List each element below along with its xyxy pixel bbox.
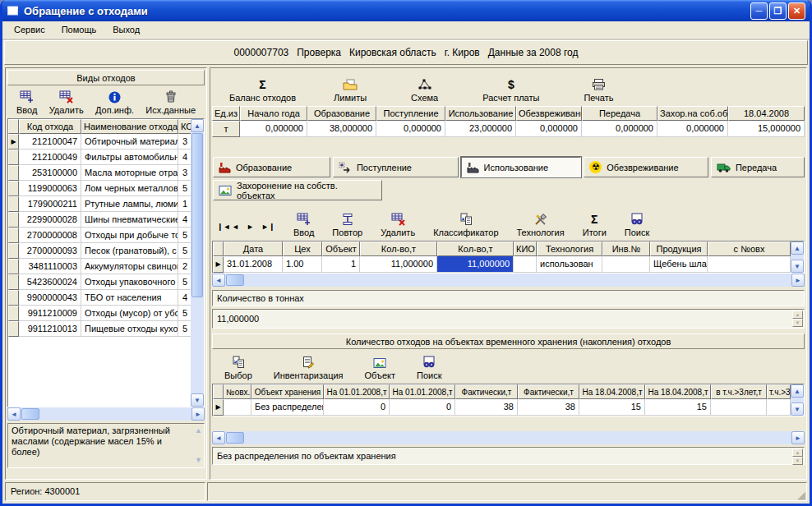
spin-up-icon — [792, 448, 803, 457]
nav-last-icon[interactable]: ►❙ — [261, 223, 276, 236]
landfill-image-icon — [219, 185, 232, 196]
horizontal-scrollbar[interactable] — [7, 407, 205, 421]
scroll-down-icon[interactable] — [791, 260, 804, 273]
scroll-thumb[interactable] — [226, 432, 244, 444]
object-button[interactable]: Объект — [361, 353, 399, 382]
table-row[interactable]: 253100000Масла моторные отраб3 — [8, 165, 191, 181]
minimize-button[interactable]: ─ — [750, 2, 768, 20]
maximize-button[interactable]: ❐ — [769, 2, 787, 20]
selected-cell[interactable]: 11,000000 — [437, 256, 514, 273]
table-row[interactable]: 5423600024Отходы упаковочного к5 — [8, 274, 191, 290]
spin-down-icon — [792, 319, 803, 327]
corner-cell — [213, 384, 224, 399]
column-header-code: Код отхода — [19, 119, 81, 134]
table-row[interactable]: 9900000043ТБО от населения4 — [8, 290, 191, 306]
row-marker — [8, 212, 19, 228]
classifier-button[interactable]: Классификатор — [429, 210, 502, 239]
spinner[interactable] — [792, 310, 803, 327]
nav-first-icon[interactable]: ❙◄ — [217, 223, 232, 236]
schema-button[interactable]: Схема — [407, 76, 442, 104]
vertical-scrollbar[interactable] — [191, 119, 204, 407]
horizontal-scrollbar[interactable] — [212, 431, 805, 444]
scroll-thumb[interactable] — [226, 274, 244, 286]
row-marker — [8, 274, 19, 290]
scroll-right-icon[interactable] — [191, 407, 205, 421]
spinner[interactable] — [792, 448, 803, 463]
nav-next-icon[interactable]: ► — [247, 223, 261, 236]
scroll-up-icon[interactable] — [791, 242, 804, 255]
scroll-thumb[interactable] — [191, 133, 203, 297]
totals-button[interactable]: Σ Итоги — [579, 210, 611, 239]
inventory-button[interactable]: Инвентаризация — [270, 353, 348, 382]
tab-zahoronenie[interactable]: Захоронение на собств. объектах — [213, 180, 382, 200]
scroll-right-icon[interactable] — [791, 274, 805, 287]
usage-toolbar: ❙◄ ◄ ► ►❙ Ввод Повтор — [212, 205, 805, 241]
spin-down-icon — [792, 457, 803, 465]
search-button[interactable]: Поиск — [621, 210, 653, 239]
scroll-down-icon[interactable] — [791, 402, 804, 416]
memo-scroll-arrows[interactable] — [195, 426, 202, 466]
quantity-value-field[interactable]: 11,000000 — [212, 309, 805, 329]
add-button[interactable]: Ввод — [12, 88, 41, 117]
nav-prev-icon[interactable]: ◄ — [232, 223, 247, 236]
row-marker — [8, 306, 19, 321]
scroll-up-icon[interactable] — [191, 119, 204, 132]
resize-grip[interactable]: ◢ — [797, 490, 805, 500]
binoculars-icon — [630, 212, 644, 226]
extra-info-button[interactable]: Доп.инф. — [91, 88, 138, 117]
scroll-down-icon[interactable] — [191, 393, 204, 407]
menu-help[interactable]: Помощь — [55, 23, 104, 37]
scroll-left-icon[interactable] — [212, 274, 225, 287]
tab-postuplenie[interactable]: Поступление — [333, 157, 459, 177]
row-marker — [8, 243, 19, 259]
classifier-docs-icon — [459, 212, 473, 226]
scroll-left-icon[interactable] — [7, 407, 21, 421]
add-record-button[interactable]: Ввод — [289, 210, 318, 239]
table-row[interactable]: 2700000008Отходы при добыче тор5 — [8, 228, 191, 243]
select-button[interactable]: Выбор — [220, 353, 256, 382]
tab-ispolzovanie[interactable]: Использование — [461, 157, 582, 177]
balance-row[interactable]: т 0,000000 38,000000 0,000000 23,000000 … — [212, 121, 805, 137]
table-row[interactable]: 2700000093Песок (гранатовый), с о5 — [8, 243, 191, 259]
delete-record-button[interactable]: Удалить — [376, 210, 419, 239]
repeat-button[interactable]: Повтор — [328, 210, 367, 239]
payment-calc-button[interactable]: $ Расчет платы — [478, 76, 543, 104]
table-row[interactable]: 2299000028Шины пневматические4 — [8, 212, 191, 228]
tab-peredacha[interactable]: Передача — [711, 157, 805, 177]
close-button[interactable]: ✕ — [788, 2, 805, 20]
waste-types-table: Код отхода Наименование отхода КО 212100… — [7, 118, 205, 407]
scroll-up-icon — [195, 426, 202, 436]
menu-exit[interactable]: Выход — [106, 23, 146, 37]
print-button[interactable]: Печать — [579, 76, 617, 104]
title-bar[interactable]: Обращение с отходами ─ ❐ ✕ — [2, 0, 810, 21]
vertical-scrollbar[interactable] — [791, 242, 804, 273]
horizontal-scrollbar[interactable] — [212, 274, 805, 287]
table-row[interactable]: 1199000063Лом черных металлов н5 — [8, 181, 191, 196]
tab-obrazovanie[interactable]: Образование — [213, 157, 330, 177]
table-row[interactable]: 1799000211Ртутные лампы, люмин1 — [8, 196, 191, 212]
storage-row[interactable]: Без распределен 0 0 38 38 15 15 — [213, 399, 791, 416]
scroll-right-icon[interactable] — [791, 431, 805, 444]
delete-button[interactable]: Удалить — [45, 88, 88, 117]
table-row[interactable]: 212100049Фильтры автомобильн4 — [8, 150, 191, 165]
usage-row[interactable]: 31.01.2008 1.00 1 11,000000 11,000000 ис… — [213, 256, 791, 273]
scroll-left-icon[interactable] — [212, 431, 225, 444]
technology-button[interactable]: Технология — [513, 210, 569, 239]
storage-search-button[interactable]: Поиск — [413, 353, 445, 382]
tab-obezvrezhivanie[interactable]: ☢ Обезвреживание — [584, 157, 708, 177]
scroll-up-icon[interactable] — [791, 384, 804, 398]
limits-button[interactable]: Лимиты — [330, 76, 371, 104]
scroll-thumb[interactable] — [21, 408, 39, 420]
binoculars-icon — [422, 355, 436, 369]
waste-balance-button[interactable]: Σ Баланс отходов — [225, 76, 300, 104]
table-row[interactable]: 9911210009Отходы (мусор) от убор5 — [8, 306, 191, 321]
source-data-button[interactable]: Исх.данные — [141, 88, 200, 117]
vertical-scrollbar[interactable] — [791, 384, 804, 416]
table-row[interactable]: 9911210013Пищевые отходы кухон5 — [8, 321, 191, 337]
menu-service[interactable]: Сервис — [7, 23, 52, 37]
sigma-icon: Σ — [259, 79, 265, 91]
table-row[interactable]: 212100047Обтирочный материал,3 — [8, 134, 191, 150]
report-context: 0000007703 Проверка Кировская область г.… — [234, 47, 579, 58]
table-row[interactable]: 3481110003Аккумуляторы свинцов2 — [8, 259, 191, 274]
corner-cell — [213, 242, 224, 256]
